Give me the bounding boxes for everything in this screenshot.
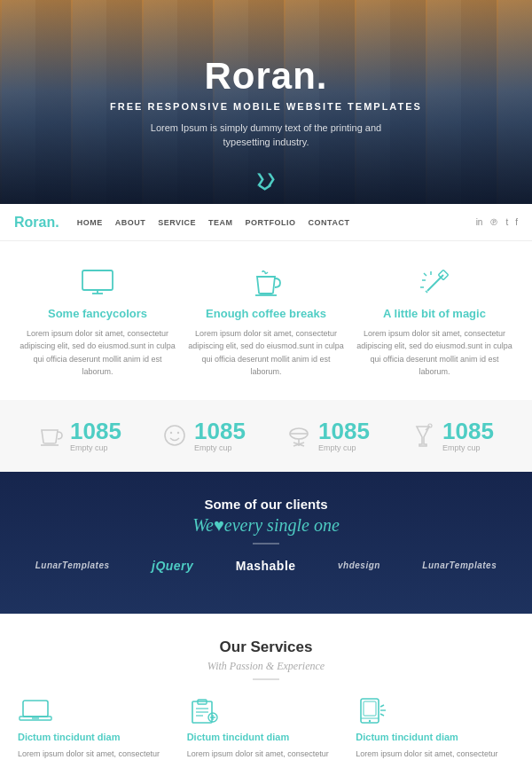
hero-subtitle: FREE RESPONSIVE MOBILE WEBSITE TEMPLATES [110, 101, 422, 112]
clients-logos: LunarTemplates jQuery Mashable vhdesign … [18, 559, 514, 573]
clients-subtitle: We♥every single one [18, 515, 514, 536]
feature-3: A little bit of magic Lorem ipsum dolor … [355, 268, 514, 379]
monitor-icon [78, 268, 117, 298]
feature-3-title: A little bit of magic [355, 307, 514, 320]
hero-scroll-arrows[interactable]: ❯❯ ❯ [255, 172, 277, 193]
service-2: Dictum tincidunt diam Lorem ipsum dolor … [187, 698, 346, 760]
svg-rect-22 [23, 701, 48, 717]
services-grid: Dictum tincidunt diam Lorem ipsum dolor … [18, 698, 514, 760]
stat-4-label: Empty cup [442, 443, 494, 452]
clipboard-icon [187, 698, 346, 725]
service-3-desc: Lorem ipsum dolor sit amet, consectetur … [356, 748, 514, 760]
services-title: Our Services [18, 639, 514, 656]
svg-point-13 [170, 432, 172, 434]
nav-links: HOME ABOUT SERVICE TEAM PORTFOLIO CONTAC… [77, 218, 476, 227]
service-3: Dictum tincidunt diam Lorem ipsum dolor … [356, 698, 514, 760]
nav-logo-text: Roran [14, 215, 55, 230]
feature-2: Enough coffee breaks Lorem ipsum dolor s… [186, 268, 346, 379]
svg-rect-37 [364, 701, 376, 716]
nav-social-icons: in ℗ t f [476, 217, 518, 227]
hero-section: Roran. FREE RESPONSIVE MOBILE WEBSITE TE… [0, 0, 532, 204]
services-subtitle: With Passion & Experience [18, 660, 514, 673]
stat-1: 1085 Empty cup [38, 419, 121, 452]
clients-divider [253, 543, 279, 545]
features-section: Some fancycolors Lorem ipsum dolor sit a… [0, 241, 532, 400]
service-2-title: Dictum tincidunt diam [187, 732, 346, 742]
client-logo-3: Mashable [236, 559, 296, 573]
grill-icon [286, 423, 311, 448]
pinterest-icon[interactable]: ℗ [489, 217, 498, 227]
services-divider [253, 678, 279, 680]
svg-line-8 [424, 273, 426, 276]
stats-section: 1085 Empty cup 1085 Empty cup [0, 400, 532, 472]
stat-2-number: 1085 [194, 419, 246, 443]
laptop-icon [18, 698, 176, 725]
stat-2-label: Empty cup [194, 443, 246, 452]
svg-point-14 [177, 432, 179, 434]
coffee-cup-icon [38, 423, 63, 448]
stat-4: 1085 Empty cup [411, 419, 494, 452]
service-2-desc: Lorem ipsum dolor sit amet, consectetur … [187, 748, 346, 760]
clients-title: Some of our clients [18, 497, 514, 512]
clients-section: Some of our clients We♥every single one … [0, 472, 532, 614]
nav-logo-dot: . [55, 215, 59, 230]
coffee-icon [246, 268, 286, 298]
svg-rect-0 [82, 270, 113, 290]
feature-1-desc: Lorem ipsum dolor sit amet, consectetur … [18, 327, 177, 379]
svg-line-38 [380, 705, 384, 707]
client-logo-1: LunarTemplates [35, 560, 110, 570]
navbar: Roran. HOME ABOUT SERVICE TEAM PORTFOLIO… [0, 204, 532, 241]
stat-3-number: 1085 [318, 419, 370, 443]
twitter-icon[interactable]: t [505, 217, 508, 227]
svg-point-21 [428, 424, 432, 427]
facebook-icon[interactable]: f [515, 217, 518, 227]
stat-4-number: 1085 [442, 419, 494, 443]
stat-3: 1085 Empty cup [286, 419, 370, 452]
nav-service[interactable]: SERVICE [158, 218, 196, 227]
services-section: Our Services With Passion & Experience D… [0, 614, 532, 760]
feature-1: Some fancycolors Lorem ipsum dolor sit a… [18, 268, 177, 379]
stat-2: 1085 Empty cup [162, 419, 246, 452]
stat-1-label: Empty cup [70, 443, 121, 452]
client-logo-4: vhdesign [338, 560, 380, 570]
svg-line-40 [380, 714, 384, 716]
hero-title: Roran. [110, 55, 422, 98]
svg-point-36 [369, 719, 371, 721]
cocktail-icon [411, 423, 435, 448]
service-3-title: Dictum tincidunt diam [356, 732, 514, 742]
linkedin-icon[interactable]: in [476, 217, 483, 227]
arrow-down-icon-2: ❯ [260, 182, 272, 192]
nav-portfolio[interactable]: PORTFOLIO [246, 218, 296, 227]
stat-3-label: Empty cup [318, 443, 370, 452]
nav-contact[interactable]: CONTACT [309, 218, 350, 227]
service-1-desc: Lorem ipsum dolor sit amet, consectetur … [18, 748, 176, 760]
feature-2-title: Enough coffee breaks [186, 307, 346, 320]
client-logo-5: LunarTemplates [422, 560, 497, 570]
magic-wand-icon [415, 268, 454, 298]
svg-point-12 [165, 426, 184, 445]
nav-about[interactable]: ABOUT [115, 218, 146, 227]
client-logo-2: jQuery [152, 559, 193, 573]
tablet-icon [356, 698, 514, 725]
feature-2-desc: Lorem ipsum dolor sit amet, consectetur … [186, 327, 346, 379]
nav-home[interactable]: HOME [77, 218, 103, 227]
feature-3-desc: Lorem ipsum dolor sit amet, consectetur … [355, 327, 514, 379]
svg-line-9 [426, 291, 427, 293]
stat-1-number: 1085 [70, 419, 121, 443]
service-1-title: Dictum tincidunt diam [18, 732, 176, 742]
smile-icon [162, 423, 187, 448]
service-1: Dictum tincidunt diam Lorem ipsum dolor … [18, 698, 176, 760]
nav-team[interactable]: TEAM [208, 218, 233, 227]
nav-logo[interactable]: Roran. [14, 215, 59, 231]
hero-description: Lorem Ipsum is simply dummy text of the … [110, 121, 422, 150]
feature-1-title: Some fancycolors [18, 307, 177, 320]
